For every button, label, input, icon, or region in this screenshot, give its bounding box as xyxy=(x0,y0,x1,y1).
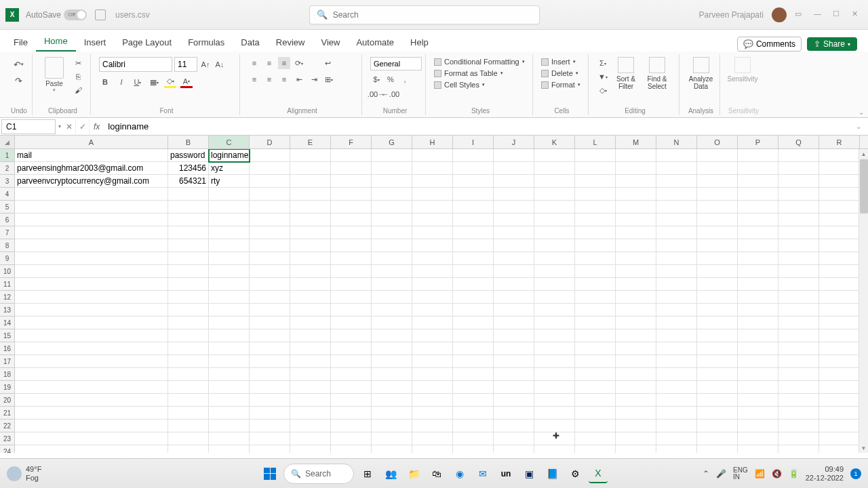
cell-O19[interactable] xyxy=(697,381,738,394)
cell-M11[interactable] xyxy=(616,278,656,291)
borders-button[interactable]: ▦▾ xyxy=(148,76,160,88)
cell-H19[interactable] xyxy=(412,381,453,394)
cell-E4[interactable] xyxy=(290,188,331,201)
cell-Q17[interactable] xyxy=(778,355,819,368)
cell-I19[interactable] xyxy=(453,381,494,394)
cell-M12[interactable] xyxy=(616,291,656,304)
cell-O20[interactable] xyxy=(697,394,738,407)
cell-D8[interactable] xyxy=(250,239,290,252)
cell-K24[interactable] xyxy=(534,445,575,453)
wifi-icon[interactable]: 📶 xyxy=(755,469,765,479)
cell-D7[interactable] xyxy=(250,226,290,239)
delete-cells-button[interactable]: Delete▾ xyxy=(541,68,578,78)
cell-C1[interactable]: loginname xyxy=(209,149,250,162)
cell-J16[interactable] xyxy=(494,342,534,355)
row-header-20[interactable]: 20 xyxy=(0,394,15,407)
cell-O14[interactable] xyxy=(697,317,738,329)
cell-I2[interactable] xyxy=(453,162,494,175)
cell-M20[interactable] xyxy=(616,394,656,407)
increase-decimal-button[interactable]: .00→ xyxy=(370,88,382,100)
cell-J14[interactable] xyxy=(494,317,534,329)
cell-N7[interactable] xyxy=(656,226,697,239)
column-header-N[interactable]: N xyxy=(656,136,697,148)
cell-P23[interactable] xyxy=(738,432,778,445)
cell-N24[interactable] xyxy=(656,445,697,453)
cell-B2[interactable]: 123456 xyxy=(168,162,209,175)
cell-I11[interactable] xyxy=(453,278,494,291)
column-header-C[interactable]: C xyxy=(209,136,250,148)
cell-M1[interactable] xyxy=(616,149,656,162)
cell-D18[interactable] xyxy=(250,368,290,381)
row-header-18[interactable]: 18 xyxy=(0,368,15,381)
cell-C14[interactable] xyxy=(209,317,250,329)
cell-I24[interactable] xyxy=(453,445,494,453)
cell-E3[interactable] xyxy=(290,175,331,188)
ribbon-mode-icon[interactable]: ▭ xyxy=(795,9,806,20)
cell-K12[interactable] xyxy=(534,291,575,304)
cell-R6[interactable] xyxy=(819,214,860,226)
sort-filter-button[interactable]: Sort & Filter xyxy=(612,57,640,90)
cell-O17[interactable] xyxy=(697,355,738,368)
cell-M19[interactable] xyxy=(616,381,656,394)
cell-F12[interactable] xyxy=(331,291,372,304)
row-header-23[interactable]: 23 xyxy=(0,432,15,445)
cell-C9[interactable] xyxy=(209,252,250,265)
cell-R15[interactable] xyxy=(819,329,860,342)
cell-O7[interactable] xyxy=(697,226,738,239)
cell-A10[interactable] xyxy=(15,265,168,278)
cell-P17[interactable] xyxy=(738,355,778,368)
cell-I21[interactable] xyxy=(453,407,494,420)
cell-I12[interactable] xyxy=(453,291,494,304)
comma-button[interactable]: , xyxy=(399,73,411,85)
cell-Q2[interactable] xyxy=(778,162,819,175)
cell-A16[interactable] xyxy=(15,342,168,355)
cell-O15[interactable] xyxy=(697,329,738,342)
row-header-2[interactable]: 2 xyxy=(0,162,15,175)
cell-Q23[interactable] xyxy=(778,432,819,445)
cell-B3[interactable]: 654321 xyxy=(168,175,209,188)
app-icon-2[interactable]: ⚙ xyxy=(566,464,585,483)
align-middle-button[interactable]: ≡ xyxy=(263,57,275,69)
cell-D12[interactable] xyxy=(250,291,290,304)
cell-J22[interactable] xyxy=(494,420,534,432)
cell-C16[interactable] xyxy=(209,342,250,355)
cell-H6[interactable] xyxy=(412,214,453,226)
cell-P18[interactable] xyxy=(738,368,778,381)
cell-J4[interactable] xyxy=(494,188,534,201)
cell-A6[interactable] xyxy=(15,214,168,226)
cell-H23[interactable] xyxy=(412,432,453,445)
cell-B12[interactable] xyxy=(168,291,209,304)
cell-O5[interactable] xyxy=(697,201,738,214)
cell-P13[interactable] xyxy=(738,304,778,317)
cell-R2[interactable] xyxy=(819,162,860,175)
cell-P4[interactable] xyxy=(738,188,778,201)
fx-icon[interactable]: fx xyxy=(90,122,104,131)
cell-J24[interactable] xyxy=(494,445,534,453)
cell-L19[interactable] xyxy=(575,381,616,394)
scroll-thumb[interactable] xyxy=(860,159,868,214)
terminal-icon[interactable]: ▣ xyxy=(519,464,538,483)
cell-M15[interactable] xyxy=(616,329,656,342)
cell-K23[interactable] xyxy=(534,432,575,445)
cell-C22[interactable] xyxy=(209,420,250,432)
cell-J18[interactable] xyxy=(494,368,534,381)
cell-F5[interactable] xyxy=(331,201,372,214)
cell-A11[interactable] xyxy=(15,278,168,291)
cell-D10[interactable] xyxy=(250,265,290,278)
cell-E20[interactable] xyxy=(290,394,331,407)
cell-B9[interactable] xyxy=(168,252,209,265)
cell-N14[interactable] xyxy=(656,317,697,329)
cell-G16[interactable] xyxy=(372,342,412,355)
cell-B13[interactable] xyxy=(168,304,209,317)
font-color-button[interactable]: A▾ xyxy=(180,76,193,88)
row-header-19[interactable]: 19 xyxy=(0,381,15,394)
cell-F10[interactable] xyxy=(331,265,372,278)
cell-P11[interactable] xyxy=(738,278,778,291)
cell-A17[interactable] xyxy=(15,355,168,368)
comments-button[interactable]: 💬 Comments xyxy=(737,37,802,52)
language-indicator[interactable]: ENG IN xyxy=(733,467,748,481)
cell-H18[interactable] xyxy=(412,368,453,381)
copy-button[interactable]: ⎘ xyxy=(72,70,84,83)
cell-G21[interactable] xyxy=(372,407,412,420)
row-header-4[interactable]: 4 xyxy=(0,188,15,201)
